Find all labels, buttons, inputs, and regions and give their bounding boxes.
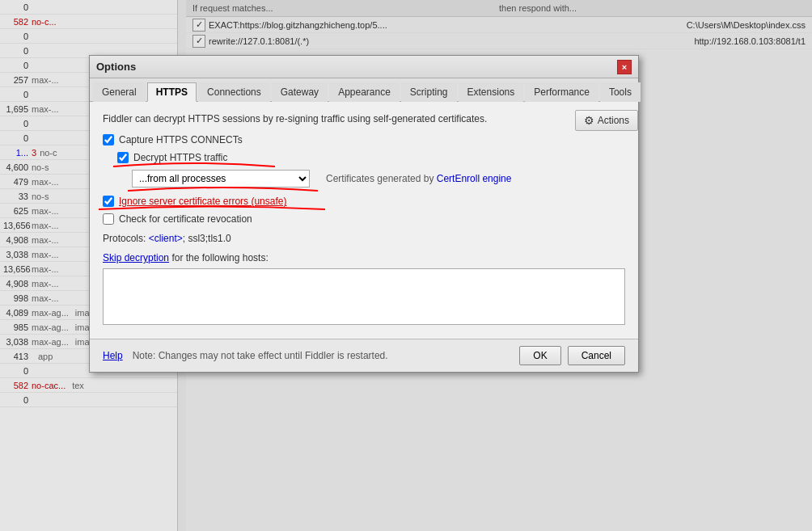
process-select[interactable]: ...from all processes ...from browsers o…: [132, 170, 310, 188]
dialog-footer: Help Note: Changes may not take effect u…: [90, 339, 638, 372]
tab-general[interactable]: General: [93, 82, 146, 102]
capture-https-checkbox[interactable]: [103, 134, 114, 145]
skip-decryption-section: Skip decryption for the following hosts:: [103, 252, 625, 327]
decrypt-https-row: Decrypt HTTPS traffic: [117, 152, 625, 163]
tab-connections[interactable]: Connections: [198, 82, 270, 102]
decrypt-https-label: Decrypt HTTPS traffic: [133, 152, 227, 163]
certenroll-note: Certificates generated by CertEnroll eng…: [326, 173, 511, 184]
process-row: ...from all processes ...from browsers o…: [132, 170, 625, 188]
check-revocation-checkbox[interactable]: [103, 213, 114, 225]
actions-label: Actions: [598, 115, 629, 126]
ok-button[interactable]: OK: [519, 346, 560, 365]
options-dialog: Options × General HTTPS Connections Gate…: [89, 55, 639, 373]
certenroll-text: Certificates generated by: [326, 173, 433, 184]
protocols-row: Protocols: <client>; ssl3;tls1.0: [103, 233, 625, 244]
skip-label: Skip decryption for the following hosts:: [103, 252, 625, 263]
cancel-button[interactable]: Cancel: [568, 346, 625, 365]
description-text: Fiddler can decrypt HTTPS sessions by re…: [103, 113, 625, 124]
check-revocation-label: Check for certificate revocation: [119, 213, 252, 225]
gear-icon: ⚙: [584, 114, 594, 127]
protocols-label: Protocols:: [103, 233, 146, 244]
decrypt-https-checkbox[interactable]: [117, 152, 129, 163]
capture-https-row: Capture HTTPS CONNECTs: [103, 134, 625, 145]
dialog-title: Options: [96, 61, 136, 73]
tab-extensions[interactable]: Extensions: [459, 82, 524, 102]
ignore-cert-checkbox[interactable]: [103, 196, 114, 207]
skip-decryption-text: for the following hosts:: [171, 252, 268, 263]
tab-https[interactable]: HTTPS: [147, 82, 197, 102]
actions-area: ⚙ Actions: [575, 110, 638, 131]
skip-hosts-textarea[interactable]: [103, 268, 625, 325]
tab-scripting[interactable]: Scripting: [401, 82, 457, 102]
help-button[interactable]: Help: [103, 350, 123, 361]
tab-gateway[interactable]: Gateway: [272, 82, 328, 102]
footer-note: Note: Changes may not take effect until …: [133, 350, 514, 361]
dialog-body: Fiddler can decrypt HTTPS sessions by re…: [90, 102, 638, 339]
capture-https-label: Capture HTTPS CONNECTs: [119, 134, 243, 145]
actions-button[interactable]: ⚙ Actions: [575, 110, 638, 131]
ignore-cert-row: Ignore server certificate errors (unsafe…: [103, 196, 625, 207]
protocols-client-link[interactable]: <client>: [149, 233, 183, 244]
close-button[interactable]: ×: [617, 60, 632, 74]
tab-performance[interactable]: Performance: [525, 82, 598, 102]
dialog-titlebar: Options ×: [90, 56, 638, 78]
check-revocation-row: Check for certificate revocation: [103, 213, 625, 225]
tab-tools[interactable]: Tools: [600, 82, 641, 102]
ignore-cert-label: Ignore server certificate errors (unsafe…: [119, 196, 286, 207]
protocols-value: ; ssl3;tls1.0: [183, 233, 231, 244]
tabs-bar: General HTTPS Connections Gateway Appear…: [90, 78, 638, 102]
skip-decryption-link[interactable]: Skip decryption: [103, 252, 169, 263]
certenroll-link[interactable]: CertEnroll engine: [437, 173, 512, 184]
tab-appearance[interactable]: Appearance: [329, 82, 400, 102]
